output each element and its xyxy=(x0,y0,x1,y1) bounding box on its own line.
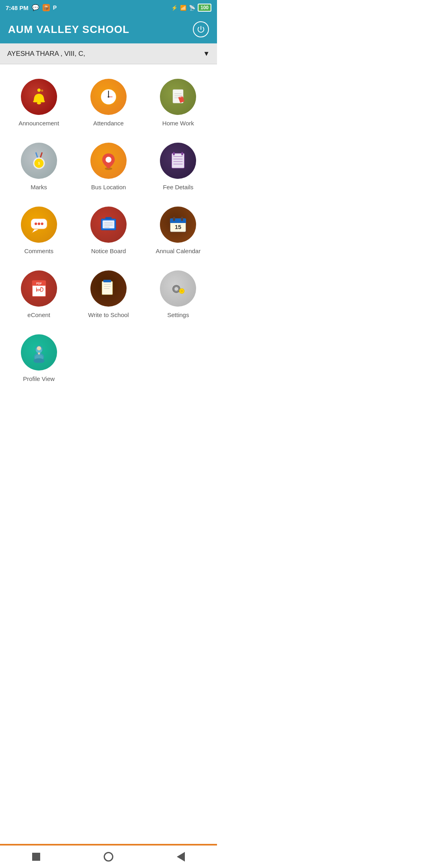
econtent-icon: PDF xyxy=(21,270,57,307)
annual-calendar-label: Annual Calendar xyxy=(156,248,201,254)
grid-item-attendance[interactable]: Attendance xyxy=(74,72,143,135)
svg-point-66 xyxy=(38,352,40,354)
svg-point-8 xyxy=(108,96,109,98)
svg-rect-28 xyxy=(182,152,183,155)
svg-point-58 xyxy=(174,287,178,291)
grid-item-write-to-school[interactable]: Write to School xyxy=(74,263,143,327)
svg-rect-40 xyxy=(105,217,112,219)
grid-item-announcement[interactable]: Announcement xyxy=(4,72,74,135)
battery-indicator: 100 xyxy=(198,4,211,12)
homework-label: Home Work xyxy=(162,120,194,127)
svg-point-3 xyxy=(41,90,43,92)
svg-text:1: 1 xyxy=(38,161,40,165)
marks-label: Marks xyxy=(31,184,47,190)
bus-location-label: Bus Location xyxy=(91,184,126,190)
svg-point-21 xyxy=(106,157,112,163)
svg-point-33 xyxy=(38,223,40,225)
svg-rect-22 xyxy=(172,154,184,168)
status-bar: 7:48 PM 💬 📦 P ⚡ 📶 📡 100 xyxy=(0,0,217,15)
homework-icon xyxy=(160,79,196,115)
svg-point-2 xyxy=(37,102,41,104)
announcement-label: Announcement xyxy=(18,120,59,127)
grid-item-profile-view[interactable]: Profile View xyxy=(4,327,74,391)
grid-item-fee-details[interactable]: Fee Details xyxy=(143,135,213,199)
notice-board-icon xyxy=(90,207,127,243)
power-button[interactable] xyxy=(193,21,209,37)
fee-details-icon xyxy=(160,143,196,179)
write-to-school-icon xyxy=(90,270,127,307)
svg-text:15: 15 xyxy=(175,224,181,230)
grid-item-notice-board[interactable]: Notice Board xyxy=(74,199,143,263)
student-selector[interactable]: AYESHA THARA , VIII, C, ▼ xyxy=(0,43,217,64)
econtent-label: eConent xyxy=(27,311,50,318)
profile-view-label: Profile View xyxy=(23,375,55,382)
status-left: 7:48 PM 💬 📦 P xyxy=(6,4,57,11)
bluetooth-icon: ⚡ xyxy=(171,5,178,11)
notice-board-label: Notice Board xyxy=(91,248,126,254)
attendance-icon xyxy=(90,79,127,115)
app-icon: 📦 xyxy=(43,4,50,11)
bus-location-icon xyxy=(90,143,127,179)
time-display: 7:48 PM xyxy=(6,4,29,11)
status-right: ⚡ 📶 📡 100 xyxy=(171,4,211,12)
grid-item-annual-calendar[interactable]: 15 Annual Calendar xyxy=(143,199,213,263)
svg-point-34 xyxy=(41,223,43,225)
student-name: AYESHA THARA , VIII, C, xyxy=(7,50,85,58)
grid-item-econtent[interactable]: PDF eConent xyxy=(4,263,74,327)
menu-grid: Announcement Attendance Home Work 1 Mar xyxy=(0,64,217,395)
grid-item-comments[interactable]: Comments xyxy=(4,199,74,263)
wifi-icon: 📡 xyxy=(189,5,195,11)
svg-text:PDF: PDF xyxy=(36,282,42,285)
comments-icon xyxy=(21,207,57,243)
svg-point-0 xyxy=(37,88,40,92)
svg-point-60 xyxy=(181,290,183,292)
svg-rect-56 xyxy=(103,280,111,282)
svg-rect-45 xyxy=(181,217,183,221)
p-icon: P xyxy=(53,4,57,11)
app-header: AUM VALLEY SCHOOL xyxy=(0,15,217,43)
dropdown-arrow-icon: ▼ xyxy=(203,50,210,58)
app-title: AUM VALLEY SCHOOL xyxy=(8,23,129,36)
svg-rect-52 xyxy=(102,281,113,295)
fee-details-label: Fee Details xyxy=(163,184,193,190)
grid-item-settings[interactable]: Settings xyxy=(143,263,213,327)
announcement-icon xyxy=(21,79,57,115)
grid-item-bus-location[interactable]: Bus Location xyxy=(74,135,143,199)
svg-rect-27 xyxy=(173,152,175,155)
svg-rect-44 xyxy=(173,217,175,221)
attendance-label: Attendance xyxy=(93,120,124,127)
grid-item-marks[interactable]: 1 Marks xyxy=(4,135,74,199)
annual-calendar-icon: 15 xyxy=(160,207,196,243)
settings-label: Settings xyxy=(167,311,189,318)
marks-icon: 1 xyxy=(21,143,57,179)
settings-icon xyxy=(160,270,196,307)
svg-point-63 xyxy=(37,346,41,350)
grid-item-homework[interactable]: Home Work xyxy=(143,72,213,135)
svg-point-32 xyxy=(35,223,37,225)
svg-rect-43 xyxy=(170,221,186,223)
write-to-school-label: Write to School xyxy=(88,311,129,318)
signal-icon: 📶 xyxy=(180,5,186,11)
whatsapp-icon: 💬 xyxy=(32,4,39,11)
profile-view-icon xyxy=(21,334,57,371)
content-area: Announcement Attendance Home Work 1 Mar xyxy=(0,64,217,423)
comments-label: Comments xyxy=(24,248,53,254)
